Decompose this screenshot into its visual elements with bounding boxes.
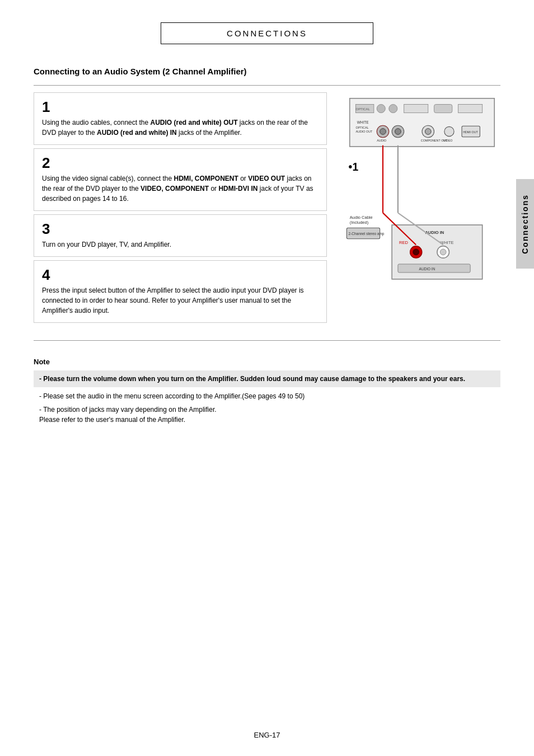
- svg-point-36: [413, 249, 419, 255]
- step-3-text: Turn on your DVD player, TV, and Amplifi…: [42, 240, 318, 250]
- page-title: CONNECTIONS: [227, 29, 307, 38]
- svg-point-38: [440, 249, 446, 255]
- svg-text:WHITE: WHITE: [357, 120, 369, 124]
- step-2-block: 2 Using the video signal cable(s), conne…: [34, 148, 327, 211]
- step-3-number: 3: [42, 222, 318, 236]
- connection-diagram: WHITE OPTICAL AUDIO OUT AUDIO COMPONENT …: [344, 92, 500, 334]
- svg-rect-2: [377, 105, 385, 113]
- svg-text:HDMI OUT: HDMI OUT: [463, 130, 478, 134]
- step-4-number: 4: [42, 267, 318, 282]
- step-1-text: Using the audio cables, connect the AUDI…: [42, 118, 318, 138]
- page-container: Connections CONNECTIONS Connecting to an…: [0, 0, 534, 756]
- svg-point-11: [380, 129, 386, 135]
- svg-text:RED: RED: [399, 240, 408, 245]
- step-1-number: 1: [42, 100, 318, 114]
- svg-text:AUDIO OUT: AUDIO OUT: [356, 130, 373, 133]
- step-4-block: 4 Press the input select button of the A…: [34, 260, 327, 323]
- page-number: ENG-17: [254, 731, 280, 739]
- note-item-3: The position of jacks may vary depending…: [34, 403, 500, 426]
- note-title: Note: [34, 358, 500, 366]
- svg-text:•1: •1: [349, 161, 359, 173]
- svg-text:AUDIO: AUDIO: [377, 139, 386, 142]
- svg-point-17: [425, 129, 431, 135]
- svg-point-13: [395, 129, 401, 135]
- steps-column: 1 Using the audio cables, connect the AU…: [34, 92, 332, 334]
- svg-point-19: [444, 126, 454, 136]
- svg-text:VIDEO: VIDEO: [443, 139, 453, 142]
- svg-rect-6: [458, 105, 483, 113]
- side-tab-label: Connections: [521, 194, 530, 254]
- step-1-block: 1 Using the audio cables, connect the AU…: [34, 92, 327, 145]
- section-title-bold: Audio System (2 Channel Amplifier): [104, 67, 246, 76]
- svg-rect-3: [389, 105, 397, 113]
- header-box: CONNECTIONS: [161, 22, 373, 44]
- svg-text:OPTICAL: OPTICAL: [356, 126, 369, 129]
- section-title-plain: Connecting to an: [34, 67, 104, 76]
- svg-text:OPTICAL: OPTICAL: [356, 107, 371, 111]
- page-footer: ENG-17: [0, 731, 534, 739]
- diagram-column: WHITE OPTICAL AUDIO OUT AUDIO COMPONENT …: [344, 92, 500, 334]
- step-2-number: 2: [42, 156, 318, 170]
- svg-text:(Included): (Included): [350, 220, 369, 225]
- note-item-2: Please set the audio in the menu screen …: [34, 389, 500, 403]
- step-4-text: Press the input select button of the Amp…: [42, 285, 318, 316]
- main-content: 1 Using the audio cables, connect the AU…: [34, 85, 500, 341]
- section-title: Connecting to an Audio System (2 Channel…: [34, 67, 500, 76]
- svg-rect-5: [434, 105, 452, 113]
- svg-text:2-Channel stereo amp: 2-Channel stereo amp: [349, 232, 385, 236]
- svg-text:AUDIO IN: AUDIO IN: [419, 267, 435, 271]
- note-item-bold-1: Please turn the volume down when you tur…: [34, 370, 500, 387]
- svg-rect-4: [404, 105, 428, 113]
- notes-section: Note Please turn the volume down when yo…: [34, 358, 500, 426]
- step-2-text: Using the video signal cable(s), connect…: [42, 173, 318, 204]
- side-tab: Connections: [516, 179, 534, 269]
- step-3-block: 3 Turn on your DVD player, TV, and Ampli…: [34, 214, 327, 257]
